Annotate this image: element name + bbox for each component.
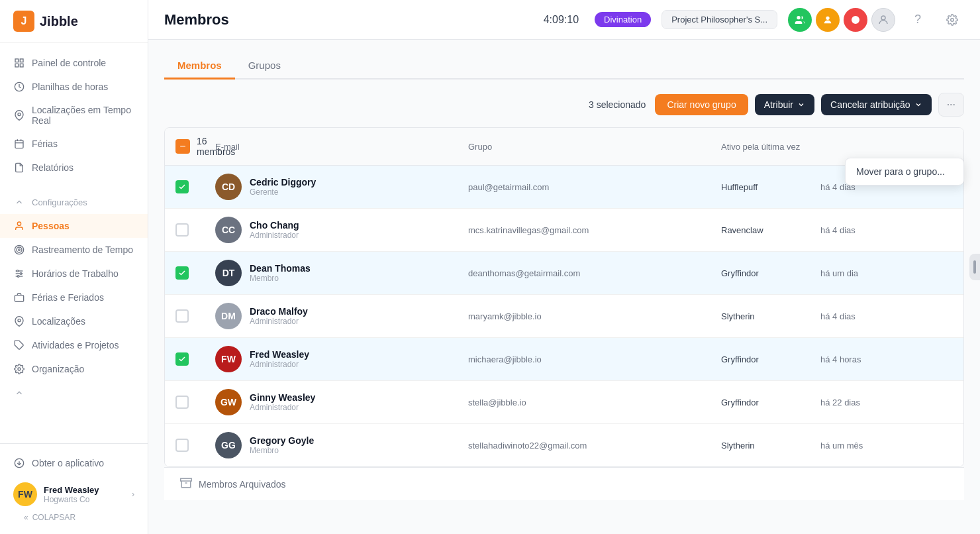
row-checkbox[interactable]: [175, 180, 189, 193]
row-checkbox[interactable]: [175, 223, 189, 237]
sidebar-item-ferias-feriados[interactable]: Férias e Feriados: [0, 286, 148, 309]
tabs: Membros Grupos: [164, 53, 964, 80]
member-email: michaera@jibble.io: [468, 354, 721, 364]
member-email: stellahadiwinoto22@gmail.com: [468, 441, 721, 451]
right-scroll-handle[interactable]: [969, 254, 980, 280]
divination-badge[interactable]: Divination: [595, 12, 651, 27]
member-group: Gryffindor: [721, 398, 820, 407]
avatar-record[interactable]: [844, 8, 867, 32]
get-app-item[interactable]: Obter o aplicativo: [11, 452, 137, 474]
row-checkbox[interactable]: [175, 396, 189, 409]
tab-grupos[interactable]: Grupos: [235, 53, 294, 80]
main-content: Membros 4:09:10 Divination Project Philo…: [148, 0, 980, 534]
cancelar-atribuicao-button[interactable]: Cancelar atribuição: [821, 94, 932, 115]
collapse-label: COLAPSAR: [32, 513, 75, 522]
member-role: Gerente: [250, 187, 316, 197]
user-org: Hogwarts Co: [44, 495, 125, 504]
avatar-user[interactable]: [871, 8, 895, 32]
archived-footer[interactable]: Membros Arquivados: [164, 467, 964, 500]
member-cell: DT Dean Thomas Membro: [215, 260, 468, 286]
svg-point-13: [19, 249, 21, 251]
mover-para-grupo-item[interactable]: Mover para o grupo...: [846, 158, 963, 185]
settings-button[interactable]: [940, 8, 964, 32]
sidebar-item-rastreamento-label: Rastreamento de Tempo: [32, 244, 133, 255]
location-icon: [13, 109, 25, 121]
sidebar-item-pessoas[interactable]: Pessoas: [0, 214, 148, 238]
sidebar-item-horarios[interactable]: Horários de Trabalho: [0, 262, 148, 286]
row-checkbox[interactable]: [175, 352, 189, 366]
atribuir-button[interactable]: Atribuir: [755, 94, 814, 115]
sidebar-item-atividades[interactable]: Atividades e Projetos: [0, 333, 148, 357]
sidebar-item-organizacao[interactable]: Organização: [0, 357, 148, 381]
member-name: Fred Weasley: [250, 349, 309, 360]
member-cell: DM Draco Malfoy Administrador: [215, 303, 468, 329]
svg-point-5: [18, 113, 21, 116]
member-last-active: há 4 dias: [820, 311, 953, 321]
member-role: Membro: [250, 274, 311, 283]
member-avatar: GG: [215, 432, 242, 458]
project-button[interactable]: Project Philosopher's S...: [662, 10, 777, 29]
member-last-active: há 4 horas: [820, 354, 953, 364]
collapse-bar[interactable]: « COLAPSAR: [11, 509, 137, 526]
row-checkbox[interactable]: [175, 266, 189, 280]
svg-rect-0: [15, 59, 19, 62]
sidebar-item-planilhas[interactable]: Planilhas de horas: [0, 75, 148, 99]
nav-section-configuracoes[interactable]: Configurações: [0, 190, 148, 214]
member-name: Ginny Weasley: [250, 392, 315, 403]
members-table: − 16 membros E-mail Grupo Ativo pela últ…: [164, 127, 964, 467]
tab-membros[interactable]: Membros: [164, 53, 235, 80]
member-details: Draco Malfoy Administrador: [250, 306, 308, 326]
avatar-green[interactable]: [788, 8, 812, 32]
nav-section-collapse2[interactable]: [0, 381, 148, 405]
right-scroll-indicator: [973, 260, 976, 274]
svg-point-12: [17, 247, 22, 252]
member-details: Ginny Weasley Administrador: [250, 392, 315, 412]
member-email: mcs.katrinavillegas@gmail.com: [468, 225, 721, 235]
svg-point-28: [881, 16, 885, 20]
member-avatar: DT: [215, 260, 242, 286]
sidebar-item-painel[interactable]: Painel de controle: [0, 51, 148, 75]
more-options-button[interactable]: ···: [938, 93, 964, 117]
sidebar-item-relatorios[interactable]: Relatórios: [0, 156, 148, 180]
topbar: Membros 4:09:10 Divination Project Philo…: [148, 0, 980, 40]
row-checkbox[interactable]: [175, 439, 189, 452]
sidebar-item-localizacoes-label: Localizações: [32, 316, 85, 327]
sidebar-item-rastreamento[interactable]: Rastreamento de Tempo: [0, 238, 148, 262]
checkbox-cell: [175, 266, 215, 280]
logo-text: Jibble: [40, 14, 78, 29]
member-group: Slytherin: [721, 311, 820, 321]
criar-grupo-button[interactable]: Criar novo grupo: [655, 94, 748, 115]
sidebar-item-localizacoes-rt[interactable]: Localizações em Tempo Real: [0, 99, 148, 132]
member-last-active: há um dia: [820, 268, 953, 278]
member-group: Gryffindor: [721, 268, 820, 278]
svg-point-21: [18, 319, 21, 322]
deselect-all-button[interactable]: −: [175, 139, 190, 154]
member-details: Fred Weasley Administrador: [250, 349, 309, 369]
map-pin-icon: [13, 315, 25, 327]
svg-point-18: [20, 273, 22, 275]
member-group: Slytherin: [721, 441, 820, 451]
table-row: DT Dean Thomas Membro deanthomas@getairm…: [165, 252, 963, 295]
atribuir-label: Atribuir: [764, 99, 793, 110]
member-avatar: CD: [215, 174, 242, 200]
member-cell: CC Cho Chang Administrador: [215, 217, 468, 243]
sidebar-item-localizacoes[interactable]: Localizações: [0, 309, 148, 333]
sidebar-item-pessoas-label: Pessoas: [32, 221, 70, 231]
sidebar-item-locrt-label: Localizações em Tempo Real: [32, 105, 134, 126]
svg-rect-6: [15, 140, 23, 148]
sidebar-item-ferias-feriados-label: Férias e Feriados: [32, 292, 104, 303]
sidebar-logo: J Jibble: [0, 0, 148, 43]
member-role: Membro: [250, 446, 314, 455]
svg-rect-1: [20, 59, 23, 62]
svg-rect-20: [15, 295, 23, 301]
user-row[interactable]: FW Fred Weasley Hogwarts Co ›: [11, 474, 137, 509]
member-name: Cedric Diggory: [250, 177, 316, 187]
table-row: DM Draco Malfoy Administrador maryamk@ji…: [165, 295, 963, 338]
sidebar-item-ferias[interactable]: Férias: [0, 132, 148, 156]
member-name: Draco Malfoy: [250, 306, 308, 317]
svg-point-27: [826, 16, 829, 19]
help-button[interactable]: ?: [906, 8, 930, 32]
selected-count: 3 selecionado: [589, 99, 646, 110]
avatar-yellow[interactable]: [816, 8, 840, 32]
row-checkbox[interactable]: [175, 309, 189, 323]
